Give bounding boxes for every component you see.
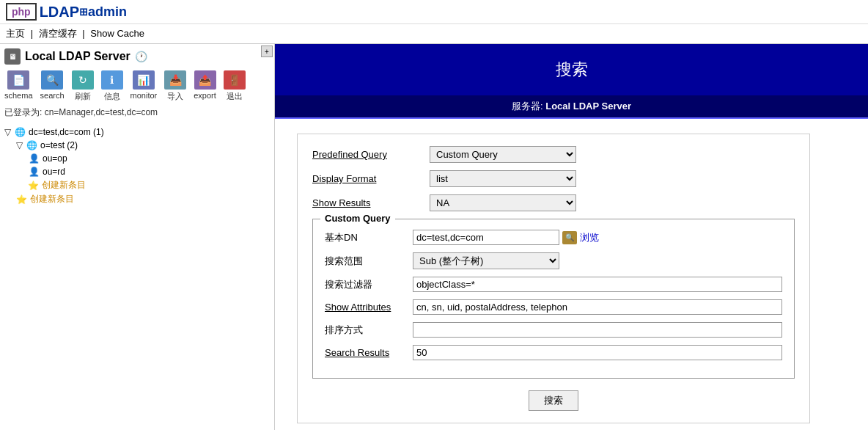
browse-link[interactable]: 浏览 xyxy=(580,231,599,244)
export-icon: 📤 xyxy=(194,70,216,90)
toolbar-logout[interactable]: 🚪 退出 xyxy=(224,70,246,102)
nav-home[interactable]: 主页 xyxy=(6,28,25,39)
server-bar-label: 服务器: xyxy=(512,101,543,112)
search-filter-row: 搜索过滤器 xyxy=(325,277,782,292)
tree-new-outer-node[interactable]: ⭐ 创建新条目 xyxy=(16,193,270,205)
sort-input[interactable] xyxy=(413,322,782,338)
nav-sep-2: | xyxy=(82,28,84,39)
toolbar-info[interactable]: ℹ 信息 xyxy=(101,70,123,102)
search-title: 搜索 xyxy=(556,60,588,79)
tree-new-inner-label: 创建新条目 xyxy=(42,179,86,192)
schema-icon: 📄 xyxy=(7,70,29,90)
tree-toggle-otest[interactable]: ▽ xyxy=(16,140,23,150)
display-format-select[interactable]: list table xyxy=(430,170,576,187)
tree: ▽ 🌐 dc=test,dc=com (1) ▽ 🌐 o=test (2) xyxy=(4,126,270,205)
tree-root-node[interactable]: ▽ 🌐 dc=test,dc=com (1) xyxy=(4,126,270,138)
sidebar-expand-btn[interactable]: + xyxy=(261,45,273,57)
server-title: 🖥 Local LDAP Server 🕐 xyxy=(4,48,270,65)
show-results-label: Show Results xyxy=(312,197,430,208)
toolbar-schema[interactable]: 📄 schema xyxy=(4,70,33,102)
toolbar-export-label: export xyxy=(194,91,216,100)
search-filter-label: 搜索过滤器 xyxy=(325,278,413,291)
nav-sep-1: | xyxy=(31,28,33,39)
tree-ourd-node[interactable]: 👤 ou=rd xyxy=(28,166,270,178)
tree-otest-item: ▽ 🌐 o=test (2) 👤 ou=op xyxy=(16,139,270,192)
search-results-input[interactable] xyxy=(413,345,782,360)
show-results-control: NA 10 20 50 xyxy=(430,194,795,211)
toolbar-search-label: search xyxy=(40,91,65,100)
logout-icon: 🚪 xyxy=(224,70,246,90)
search-button[interactable]: 搜索 xyxy=(529,390,578,411)
display-format-control: list table xyxy=(430,170,795,187)
toolbar-logout-label: 退出 xyxy=(227,91,243,102)
tree-otest-label: o=test (2) xyxy=(40,140,78,150)
tree-new-outer-label: 创建新条目 xyxy=(30,193,74,205)
tree-new-inner-item: ⭐ 创建新条目 xyxy=(28,179,270,192)
show-attributes-input[interactable] xyxy=(413,299,782,315)
base-dn-label: 基本DN xyxy=(325,231,413,244)
monitor-icon: 📊 xyxy=(133,70,155,90)
tree-ouop-node[interactable]: 👤 ou=op xyxy=(28,153,270,164)
predefined-query-row: Predefined Query Custom Query xyxy=(312,146,795,163)
tree-otest-node[interactable]: ▽ 🌐 o=test (2) xyxy=(16,139,270,151)
search-scope-select[interactable]: Sub (整个子树) One (一层) Base (基础) xyxy=(413,252,559,269)
sidebar: + 🖥 Local LDAP Server 🕐 📄 schema 🔍 searc… xyxy=(0,44,275,430)
server-name-label: Local LDAP Server xyxy=(25,50,130,63)
sort-label: 排序方式 xyxy=(325,324,413,337)
server-bar-name: Local LDAP Server xyxy=(545,101,631,112)
base-dn-row: 基本DN 🔍 浏览 xyxy=(325,230,782,245)
custom-query-box: Custom Query 基本DN 🔍 浏览 搜索范围 xyxy=(312,219,795,379)
nav-clear-cache[interactable]: 清空缓存 xyxy=(39,28,77,39)
tree-new-inner-node[interactable]: ⭐ 创建新条目 xyxy=(28,179,270,192)
browse-icon: 🔍 xyxy=(562,231,577,244)
ouop-person-icon: 👤 xyxy=(28,153,40,164)
toolbar-monitor[interactable]: 📊 monitor xyxy=(130,70,158,102)
search-results-row: Search Results xyxy=(325,345,782,360)
star-icon-outer: ⭐ xyxy=(16,194,27,205)
tree-toggle-root[interactable]: ▽ xyxy=(4,127,11,137)
display-format-label: Display Format xyxy=(312,173,430,184)
top-nav: 主页 | 清空缓存 | Show Cache xyxy=(0,24,868,44)
tree-root-children: ▽ 🌐 o=test (2) 👤 ou=op xyxy=(4,139,270,205)
otest-globe-icon: 🌐 xyxy=(26,139,37,151)
server-icon: 🖥 xyxy=(4,48,21,65)
toolbar-search[interactable]: 🔍 search xyxy=(40,70,65,102)
clock-icon: 🕐 xyxy=(135,51,147,62)
search-toolbar-icon: 🔍 xyxy=(41,70,63,90)
nav-show-cache[interactable]: Show Cache xyxy=(90,28,144,39)
content-area: 搜索 服务器: Local LDAP Server Predefined Que… xyxy=(275,44,868,430)
tree-ouop-label: ou=op xyxy=(43,153,67,164)
import-icon: 📥 xyxy=(164,70,186,90)
tree-ouop-item: 👤 ou=op xyxy=(28,153,270,164)
main-layout: + 🖥 Local LDAP Server 🕐 📄 schema 🔍 searc… xyxy=(0,44,868,430)
tree-ourd-label: ou=rd xyxy=(43,167,65,177)
tree-root-label: dc=test,dc=com (1) xyxy=(29,127,104,137)
show-results-select[interactable]: NA 10 20 50 xyxy=(430,194,576,211)
show-attributes-label: Show Attributes xyxy=(325,302,413,313)
search-filter-input[interactable] xyxy=(413,277,782,292)
star-icon-inner: ⭐ xyxy=(28,181,39,191)
server-bar: 服务器: Local LDAP Server xyxy=(275,95,868,119)
toolbar-monitor-label: monitor xyxy=(130,91,158,100)
logo-ldap: LDAP xyxy=(40,4,79,21)
logo-php: php xyxy=(12,6,31,18)
toolbar-refresh-label: 刷新 xyxy=(75,91,91,102)
search-form-area: Predefined Query Custom Query Display Fo… xyxy=(275,119,868,430)
logo-box: php xyxy=(6,3,37,21)
base-dn-input[interactable] xyxy=(413,230,559,245)
logged-as: 已登录为: cn=Manager,dc=test,dc=com xyxy=(4,106,270,119)
search-btn-area: 搜索 xyxy=(312,390,795,411)
toolbar-refresh[interactable]: ↻ 刷新 xyxy=(72,70,94,102)
globe-icon: 🌐 xyxy=(14,126,26,138)
toolbar-import[interactable]: 📥 导入 xyxy=(164,70,186,102)
search-scope-label: 搜索范围 xyxy=(325,255,413,268)
predefined-query-select[interactable]: Custom Query xyxy=(430,146,576,163)
form-section: Predefined Query Custom Query Display Fo… xyxy=(297,134,810,423)
toolbar-info-label: 信息 xyxy=(104,91,120,102)
search-scope-row: 搜索范围 Sub (整个子树) One (一层) Base (基础) xyxy=(325,252,782,269)
logo-area: php LDAP ⊞ admin xyxy=(0,0,868,24)
sidebar-toolbar: 📄 schema 🔍 search ↻ 刷新 ℹ 信息 📊 monitor 📥 xyxy=(4,70,270,102)
toolbar-export[interactable]: 📤 export xyxy=(194,70,216,102)
custom-query-legend: Custom Query xyxy=(320,213,395,224)
show-results-row: Show Results NA 10 20 50 xyxy=(312,194,795,211)
